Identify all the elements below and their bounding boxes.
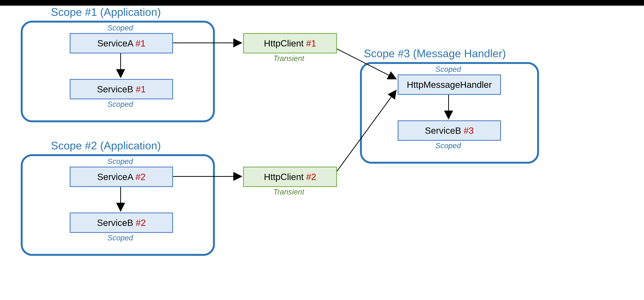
- serviceB1-lifetime: Scoped: [108, 100, 133, 109]
- serviceA1-lifetime: Scoped: [108, 24, 133, 32]
- scope2-title: Scope #2 (Application): [51, 139, 161, 152]
- serviceA1-label: ServiceA #1: [97, 38, 146, 48]
- serviceB1-label: ServiceB #1: [97, 84, 146, 94]
- handler-box: HttpMessageHandler: [398, 74, 501, 95]
- httpclient1-label: HttpClient #1: [264, 38, 316, 48]
- handler-label: HttpMessageHandler: [407, 80, 492, 90]
- serviceB1-box: ServiceB #1: [70, 79, 173, 99]
- serviceA1-box: ServiceA #1: [70, 33, 173, 53]
- serviceA2-label: ServiceA #2: [97, 172, 146, 182]
- serviceB2-lifetime: Scoped: [108, 234, 133, 242]
- httpclient2-box: HttpClient #2: [243, 167, 337, 187]
- serviceB2-box: ServiceB #2: [70, 213, 173, 233]
- serviceB2-label: ServiceB #2: [97, 218, 146, 228]
- serviceB3-label: ServiceB #3: [425, 126, 474, 136]
- httpclient1-box: HttpClient #1: [243, 33, 337, 53]
- top-black-bar: [0, 0, 644, 6]
- serviceB3-box: ServiceB #3: [398, 120, 501, 141]
- serviceA2-box: ServiceA #2: [70, 167, 173, 187]
- serviceB3-lifetime: Scoped: [435, 142, 461, 150]
- httpclient2-lifetime: Transient: [273, 188, 304, 196]
- scope3-title: Scope #3 (Message Handler): [364, 47, 506, 60]
- httpclient1-lifetime: Transient: [273, 54, 304, 63]
- handler-lifetime: Scoped: [435, 65, 461, 74]
- httpclient2-label: HttpClient #2: [264, 172, 316, 182]
- serviceA2-lifetime: Scoped: [108, 157, 133, 166]
- scope1-title: Scope #1 (Application): [51, 6, 161, 18]
